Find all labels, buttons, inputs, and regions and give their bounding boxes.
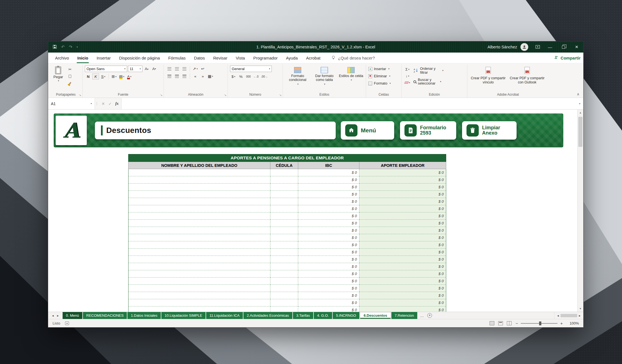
cell-nombre[interactable] — [129, 285, 270, 292]
scroll-down-icon[interactable]: ▼ — [577, 306, 583, 312]
menu-tab-acrobat[interactable]: Acrobat — [302, 53, 325, 63]
menu-tab-datos[interactable]: Datos — [190, 53, 209, 63]
borders-button[interactable]: ⊞▾ — [111, 73, 117, 80]
cell-nombre[interactable] — [129, 278, 270, 285]
dialog-launcher-icon[interactable]: ↘ — [279, 93, 282, 96]
cell-ibc[interactable]: $ 0 — [298, 241, 359, 249]
decrease-font-button[interactable]: A▾ — [151, 66, 157, 72]
formula-bar-splitter[interactable]: ⋮ — [95, 98, 99, 109]
collapse-ribbon-button[interactable]: ∧ — [577, 92, 579, 96]
sheet-tab-6-descuentos[interactable]: 6.Descuentos — [360, 312, 391, 319]
save-icon[interactable] — [53, 44, 57, 50]
cell-cedula[interactable] — [270, 285, 298, 292]
cell-ibc[interactable]: $ 0 — [298, 198, 359, 205]
cell-aporte[interactable]: $ 0 — [359, 234, 446, 241]
menu-tab-f-rmulas[interactable]: Fórmulas — [164, 53, 190, 63]
cell-aporte[interactable]: $ 0 — [359, 198, 446, 205]
number-format-combo[interactable]: General ▾ — [230, 66, 272, 72]
sheet-tab-4-g-o[interactable]: 4. G.O. — [314, 312, 332, 319]
dialog-launcher-icon[interactable]: ↘ — [224, 93, 226, 96]
cell-ibc[interactable]: $ 0 — [298, 191, 359, 198]
ribbon-display-options-icon[interactable] — [532, 41, 543, 53]
cell-cedula[interactable] — [270, 212, 298, 220]
menu-tab-programador[interactable]: Programador — [249, 53, 282, 63]
cell-ibc[interactable]: $ 0 — [298, 212, 359, 220]
format-as-table-button[interactable]: Dar formato como tabla ▾ — [312, 66, 337, 85]
format-cells-button[interactable]: Formato ▾ — [368, 80, 399, 86]
vertical-scrollbar[interactable]: ▲ ▼ — [577, 110, 583, 312]
paste-button[interactable]: Pegar ▾ — [51, 66, 65, 86]
decrease-decimal-button[interactable]: .00→ — [260, 73, 268, 80]
cell-aporte[interactable]: $ 0 — [359, 176, 446, 184]
cell-cedula[interactable] — [270, 263, 298, 270]
cell-cedula[interactable] — [270, 270, 298, 278]
cell-cedula[interactable] — [270, 278, 298, 285]
cell-aporte[interactable]: $ 0 — [359, 169, 446, 176]
insert-cells-button[interactable]: + Insertar ▾ — [368, 66, 399, 72]
minimize-button[interactable]: — — [543, 41, 557, 53]
cell-styles-button[interactable]: Estilos de celda ▾ — [339, 66, 364, 85]
cell-aporte[interactable]: $ 0 — [359, 306, 446, 312]
font-color-button[interactable]: A▾ — [126, 73, 133, 80]
cell-nombre[interactable] — [129, 176, 270, 184]
cell-aporte[interactable]: $ 0 — [359, 292, 446, 299]
format-painter-button[interactable] — [67, 80, 73, 86]
more-sheets-button[interactable]: … — [418, 312, 426, 319]
cell-cedula[interactable] — [270, 241, 298, 249]
page-layout-view-icon[interactable] — [498, 321, 503, 325]
cell-nombre[interactable] — [129, 263, 270, 270]
insert-function-button[interactable]: fx — [115, 101, 119, 106]
cell-aporte[interactable]: $ 0 — [359, 241, 446, 249]
increase-indent-button[interactable]: » — [199, 73, 206, 79]
customize-qat-icon[interactable]: ▾ — [76, 46, 78, 48]
cell-nombre[interactable] — [129, 227, 270, 234]
formula-input[interactable] — [121, 98, 576, 109]
cell-cedula[interactable] — [270, 220, 298, 227]
cell-nombre[interactable] — [129, 169, 270, 176]
zoom-slider-thumb[interactable] — [539, 321, 541, 325]
cell-aporte[interactable]: $ 0 — [359, 256, 446, 263]
menu-tab-ayuda[interactable]: Ayuda — [282, 53, 302, 63]
name-box[interactable]: A1 ▾ — [48, 98, 95, 109]
menu-tab-archivo[interactable]: Archivo — [51, 53, 73, 63]
font-size-combo[interactable]: 11 ▾ — [128, 66, 142, 72]
sort-filter-button[interactable]: AZ Ordenar y filtrar ▾ — [413, 66, 444, 75]
orientation-button[interactable]: ↗▾ — [192, 66, 199, 72]
tell-me-box[interactable]: ¿Qué desea hacer? — [331, 53, 375, 63]
cell-ibc[interactable]: $ 0 — [298, 263, 359, 270]
align-right-button[interactable] — [181, 73, 188, 79]
prev-sheet-icon[interactable]: ◂ — [52, 314, 54, 318]
redo-icon[interactable]: ↷ — [69, 44, 73, 49]
sheet-tab-5-incrngo[interactable]: 5.INCRNGO — [333, 312, 359, 319]
cell-nombre[interactable] — [129, 249, 270, 256]
restore-button[interactable] — [557, 41, 570, 53]
italic-button[interactable]: K — [92, 73, 99, 80]
cell-cedula[interactable] — [270, 249, 298, 256]
sheet-tab-11-liquidaci-n-ica[interactable]: 11.Liquidación ICA — [206, 312, 243, 319]
cell-aporte[interactable]: $ 0 — [359, 278, 446, 285]
zoom-percent[interactable]: 100% — [567, 321, 579, 325]
fill-color-button[interactable]: ▨▾ — [118, 73, 125, 80]
cell-aporte[interactable]: $ 0 — [359, 263, 446, 270]
new-sheet-button[interactable]: + — [427, 313, 432, 318]
sheet-tab-3-tarifas[interactable]: 3.Tarifas — [293, 312, 313, 319]
cancel-entry-icon[interactable]: ✕ — [102, 101, 105, 106]
cell-ibc[interactable]: $ 0 — [298, 299, 359, 306]
sheet-tab-1-datos-iniciales[interactable]: 1.Datos Iniciales — [127, 312, 161, 319]
cell-ibc[interactable]: $ 0 — [298, 292, 359, 299]
cell-ibc[interactable]: $ 0 — [298, 278, 359, 285]
cell-aporte[interactable]: $ 0 — [359, 184, 446, 191]
sheet-tab-2-actividades-econ-micas[interactable]: 2.Actividades Económicas — [243, 312, 292, 319]
cell-nombre[interactable] — [129, 220, 270, 227]
menu-tab-revisar[interactable]: Revisar — [209, 53, 232, 63]
sheet-tab-0-men[interactable]: 0. Menú — [63, 312, 82, 319]
cell-ibc[interactable]: $ 0 — [298, 306, 359, 312]
cell-ibc[interactable]: $ 0 — [298, 205, 359, 212]
zoom-in-button[interactable]: + — [560, 321, 563, 326]
sheet-tab-10-liquidaci-n-simple[interactable]: 10.Liquidación SIMPLE — [161, 312, 206, 319]
comma-style-button[interactable]: 000 — [245, 73, 252, 80]
create-pdf-link-button[interactable]: PDF Crear PDF y compartir vínculo — [470, 66, 507, 85]
cell-cedula[interactable] — [270, 227, 298, 234]
cell-cedula[interactable] — [270, 292, 298, 299]
dialog-launcher-icon[interactable]: ↘ — [160, 93, 162, 96]
